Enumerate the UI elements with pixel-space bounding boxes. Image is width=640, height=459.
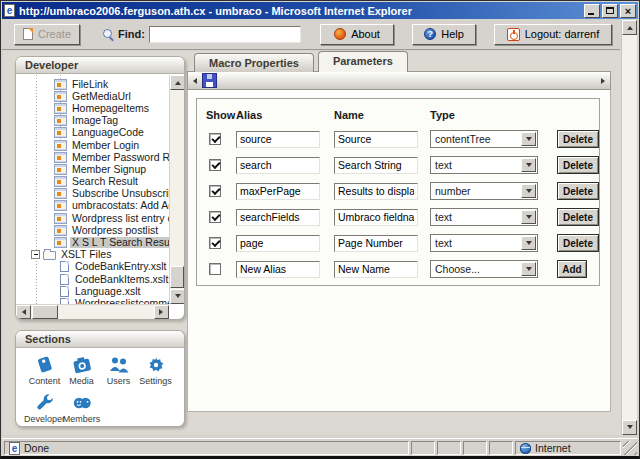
dropdown-arrow-icon[interactable] bbox=[521, 210, 536, 224]
tree-item-xslt-file[interactable]: Language.xslt bbox=[16, 285, 169, 297]
about-button[interactable]: About bbox=[320, 24, 394, 45]
tree-item-macro[interactable]: X S L T Search Result bbox=[16, 236, 169, 248]
tree-item-label: X S L T Search Result bbox=[70, 237, 169, 248]
tree-item-xslt-folder[interactable]: XSLT Files bbox=[16, 249, 169, 261]
type-select-value: text bbox=[435, 159, 452, 171]
dropdown-arrow-icon[interactable] bbox=[521, 158, 536, 172]
macro-icon bbox=[54, 200, 67, 211]
alias-input[interactable] bbox=[236, 261, 320, 278]
alias-input[interactable] bbox=[236, 209, 320, 226]
type-select[interactable]: Choose... bbox=[430, 260, 538, 278]
show-checkbox[interactable] bbox=[209, 133, 221, 145]
tree-item-macro[interactable]: Subscribe Unsubscribe bbox=[16, 188, 169, 200]
column-header-type: Type bbox=[430, 109, 557, 121]
tab-parameters[interactable]: Parameters bbox=[318, 51, 408, 72]
tree-item-macro[interactable]: GetMediaUrl bbox=[16, 90, 169, 102]
name-input[interactable] bbox=[334, 261, 418, 278]
tree-vscroll-thumb[interactable] bbox=[170, 266, 184, 288]
show-checkbox[interactable] bbox=[209, 237, 221, 249]
tree-panel-header: Developer bbox=[16, 57, 184, 74]
row-action-button[interactable]: Delete bbox=[557, 130, 599, 148]
alias-input[interactable] bbox=[236, 131, 320, 148]
dropdown-arrow-icon[interactable] bbox=[521, 132, 536, 146]
maximize-button[interactable] bbox=[602, 4, 618, 18]
create-button[interactable]: Create bbox=[14, 24, 80, 45]
tree-item-macro[interactable]: LanguageCode bbox=[16, 127, 169, 139]
show-checkbox[interactable] bbox=[209, 211, 221, 223]
toolbar-right-arrow[interactable] bbox=[601, 78, 608, 84]
tree-vertical-scrollbar[interactable] bbox=[169, 75, 184, 304]
row-action-button[interactable]: Delete bbox=[557, 234, 599, 252]
tree-horizontal-scrollbar[interactable] bbox=[16, 304, 169, 319]
resize-grip[interactable] bbox=[623, 441, 637, 455]
name-input[interactable] bbox=[334, 235, 418, 252]
type-select[interactable]: contentTree bbox=[430, 130, 538, 148]
zone-text: Internet bbox=[535, 442, 571, 454]
tree-item-macro[interactable]: Member Login bbox=[16, 139, 169, 151]
type-select[interactable]: text bbox=[430, 234, 538, 252]
macro-icon bbox=[54, 237, 67, 248]
tree-item-macro[interactable]: Member Signup bbox=[16, 163, 169, 175]
name-input[interactable] bbox=[334, 157, 418, 174]
type-select[interactable]: number bbox=[430, 182, 538, 200]
tree-item-xslt-file[interactable]: Wordpresslistcomments.xslt bbox=[16, 297, 169, 304]
tree-item-label: Wordpress postlist bbox=[70, 225, 160, 236]
tree-scroll-right-arrow[interactable] bbox=[154, 305, 169, 319]
close-button[interactable]: × bbox=[620, 4, 636, 18]
section-developer[interactable]: Developer bbox=[26, 393, 63, 424]
find-input[interactable] bbox=[149, 26, 301, 43]
dropdown-arrow-icon[interactable] bbox=[521, 262, 536, 276]
name-input[interactable] bbox=[334, 209, 418, 226]
tree-scroll-down-arrow[interactable] bbox=[170, 289, 185, 304]
row-action-button[interactable]: Delete bbox=[557, 208, 599, 226]
section-settings[interactable]: Settings bbox=[137, 355, 174, 386]
name-input[interactable] bbox=[334, 131, 418, 148]
type-select[interactable]: text bbox=[430, 156, 538, 174]
dropdown-arrow-icon[interactable] bbox=[521, 184, 536, 198]
status-text: Done bbox=[24, 442, 49, 454]
alias-input[interactable] bbox=[236, 183, 320, 200]
section-content[interactable]: Content bbox=[26, 355, 63, 386]
alias-input[interactable] bbox=[236, 157, 320, 174]
scroll-up-arrow[interactable] bbox=[622, 20, 637, 35]
section-members[interactable]: Members bbox=[63, 393, 100, 424]
toolbar-left-arrow[interactable] bbox=[190, 78, 197, 84]
logout-button[interactable]: Logout: darrenf bbox=[494, 24, 612, 45]
save-icon[interactable] bbox=[202, 73, 217, 88]
row-action-button[interactable]: Add bbox=[557, 260, 587, 278]
tree-item-macro[interactable]: Wordpress postlist bbox=[16, 224, 169, 236]
tree-item-xslt-file[interactable]: CodeBankEntry.xslt bbox=[16, 261, 169, 273]
tree-item-macro[interactable]: FileLink bbox=[16, 78, 169, 90]
tab-macro-properties[interactable]: Macro Properties bbox=[194, 53, 314, 72]
alias-input[interactable] bbox=[236, 235, 320, 252]
row-action-button[interactable]: Delete bbox=[557, 182, 599, 200]
tree-scroll-up-arrow[interactable] bbox=[170, 75, 185, 90]
row-action-button[interactable]: Delete bbox=[557, 156, 599, 174]
collapse-expander-icon[interactable] bbox=[31, 250, 40, 259]
tree-item-macro[interactable]: ImageTag bbox=[16, 115, 169, 127]
dropdown-arrow-icon[interactable] bbox=[521, 236, 536, 250]
minimize-button[interactable] bbox=[584, 4, 600, 18]
show-checkbox[interactable] bbox=[209, 185, 221, 197]
tree-scroll-left-arrow[interactable] bbox=[16, 305, 31, 319]
help-button[interactable]: ? Help bbox=[412, 24, 476, 45]
tree-item-macro[interactable]: HomepageItems bbox=[16, 102, 169, 114]
name-input[interactable] bbox=[334, 183, 418, 200]
page-area: Developer FileLink GetMediaUrl HomepageI… bbox=[3, 51, 621, 435]
scroll-down-arrow[interactable] bbox=[622, 420, 637, 435]
tree-hscroll-thumb[interactable] bbox=[32, 305, 58, 319]
tree-item-macro[interactable]: Wordpress list entry comments bbox=[16, 212, 169, 224]
media-camera-icon bbox=[71, 355, 93, 375]
status-slot bbox=[463, 441, 487, 455]
section-users[interactable]: Users bbox=[100, 355, 137, 386]
tree-item-label: Language.xslt bbox=[73, 286, 142, 297]
tree-item-macro[interactable]: Search Result bbox=[16, 176, 169, 188]
tree-item-macro[interactable]: umbracostats: Add Action bbox=[16, 200, 169, 212]
tree-item-macro[interactable]: Member Password Reminder bbox=[16, 151, 169, 163]
section-media[interactable]: Media bbox=[63, 355, 100, 386]
show-checkbox[interactable] bbox=[209, 159, 221, 171]
type-select[interactable]: text bbox=[430, 208, 538, 226]
tree-item-xslt-file[interactable]: CodeBankItems.xslt bbox=[16, 273, 169, 285]
page-scrollbar[interactable] bbox=[621, 20, 637, 435]
show-checkbox[interactable] bbox=[209, 263, 221, 275]
